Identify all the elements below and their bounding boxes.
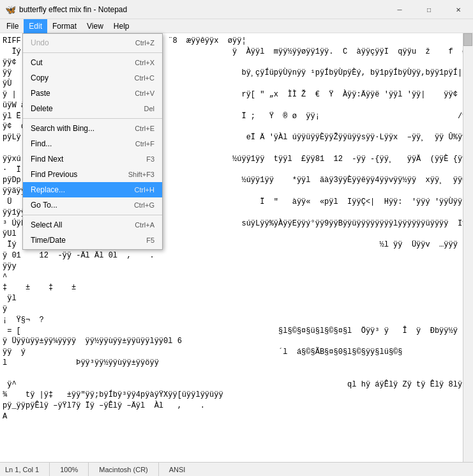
app-icon: 🦋	[5, 4, 15, 15]
menu-goto[interactable]: Go To... Ctrl+G	[23, 197, 162, 213]
menu-cut[interactable]: Cut Ctrl+X	[23, 55, 162, 70]
menu-time-date[interactable]: Time/Date F5	[23, 233, 162, 248]
line-ending: Macintosh (CR)	[89, 463, 158, 476]
menu-find-previous[interactable]: Find Previous Shift+F3	[23, 167, 162, 182]
menu-find-next[interactable]: Find Next F3	[23, 151, 162, 167]
menu-find[interactable]: Find... Ctrl+F	[23, 136, 162, 151]
menu-view[interactable]: View	[82, 19, 109, 33]
window-controls: ─ □ ✕	[385, 0, 473, 19]
minimize-button[interactable]: ─	[385, 0, 414, 19]
menu-help[interactable]: Help	[109, 19, 135, 33]
encoding: ANSI	[159, 463, 196, 476]
menu-edit[interactable]: Edit	[24, 19, 47, 33]
separator-1	[23, 52, 162, 53]
menu-paste[interactable]: Paste Ctrl+V	[23, 86, 162, 101]
menu-copy[interactable]: Copy Ctrl+C	[23, 70, 162, 86]
menu-select-all[interactable]: Select All Ctrl+A	[23, 217, 162, 233]
title-bar: 🦋 butterfly effect mix fin - Notepad ─ □…	[0, 0, 473, 19]
menu-file[interactable]: File	[1, 19, 24, 33]
separator-3	[23, 215, 162, 215]
menu-replace[interactable]: Replace... Ctrl+H	[23, 182, 162, 197]
separator-2	[23, 118, 162, 119]
menu-format[interactable]: Format	[47, 19, 82, 33]
menu-delete[interactable]: Delete Del	[23, 101, 162, 116]
menu-undo[interactable]: Undo Ctrl+Z	[23, 35, 162, 50]
scrollbar[interactable]	[463, 33, 473, 462]
edit-dropdown: Undo Ctrl+Z Cut Ctrl+X Copy Ctrl+C Paste…	[22, 33, 163, 250]
menu-search-bing[interactable]: Search with Bing... Ctrl+E	[23, 121, 162, 136]
menu-bar: File Edit Format View Help Undo Ctrl+Z C…	[0, 19, 473, 33]
maximize-button[interactable]: □	[414, 0, 444, 19]
status-bar: Ln 1, Col 1 100% Macintosh (CR) ANSI	[0, 462, 473, 476]
zoom-level: 100%	[50, 463, 89, 476]
close-button[interactable]: ✕	[444, 0, 473, 19]
cursor-position: Ln 1, Col 1	[5, 463, 50, 476]
scroll-thumb[interactable]	[463, 33, 472, 46]
